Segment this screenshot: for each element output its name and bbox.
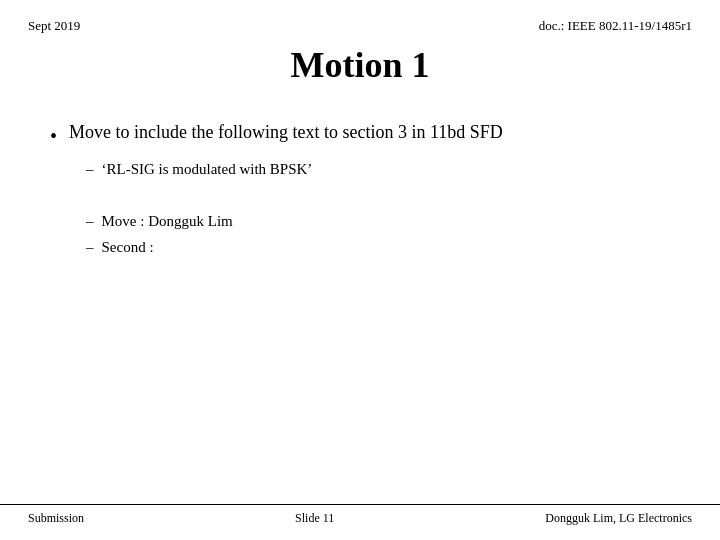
main-bullet: • Move to include the following text to …: [50, 120, 670, 150]
footer-center: Slide 11: [295, 511, 334, 526]
slide: Sept 2019 doc.: IEEE 802.11-19/1485r1 Mo…: [0, 0, 720, 540]
bullet-icon: •: [50, 122, 57, 150]
voting-items: – Move : Dongguk Lim – Second :: [86, 209, 670, 259]
voting-dash-0: –: [86, 209, 94, 233]
content-area: • Move to include the following text to …: [0, 96, 720, 259]
sub-item-text-0: ‘RL-SIG is modulated with BPSK’: [102, 158, 313, 181]
main-bullet-text: Move to include the following text to se…: [69, 120, 503, 145]
header-date: Sept 2019: [28, 18, 80, 34]
voting-text-1: Second :: [102, 235, 154, 259]
footer: Submission Slide 11 Dongguk Lim, LG Elec…: [0, 504, 720, 526]
sub-item-0: – ‘RL-SIG is modulated with BPSK’: [86, 158, 670, 181]
voting-dash-1: –: [86, 235, 94, 259]
voting-item-1: – Second :: [86, 235, 670, 259]
footer-right: Dongguk Lim, LG Electronics: [545, 511, 692, 526]
title-area: Motion 1: [0, 44, 720, 86]
voting-item-0: – Move : Dongguk Lim: [86, 209, 670, 233]
slide-title: Motion 1: [28, 44, 692, 86]
sub-items-list: – ‘RL-SIG is modulated with BPSK’: [86, 158, 670, 181]
voting-text-0: Move : Dongguk Lim: [102, 209, 233, 233]
sub-dash-icon: –: [86, 158, 94, 181]
footer-left: Submission: [28, 511, 84, 526]
header: Sept 2019 doc.: IEEE 802.11-19/1485r1: [0, 0, 720, 34]
header-doc: doc.: IEEE 802.11-19/1485r1: [539, 18, 692, 34]
